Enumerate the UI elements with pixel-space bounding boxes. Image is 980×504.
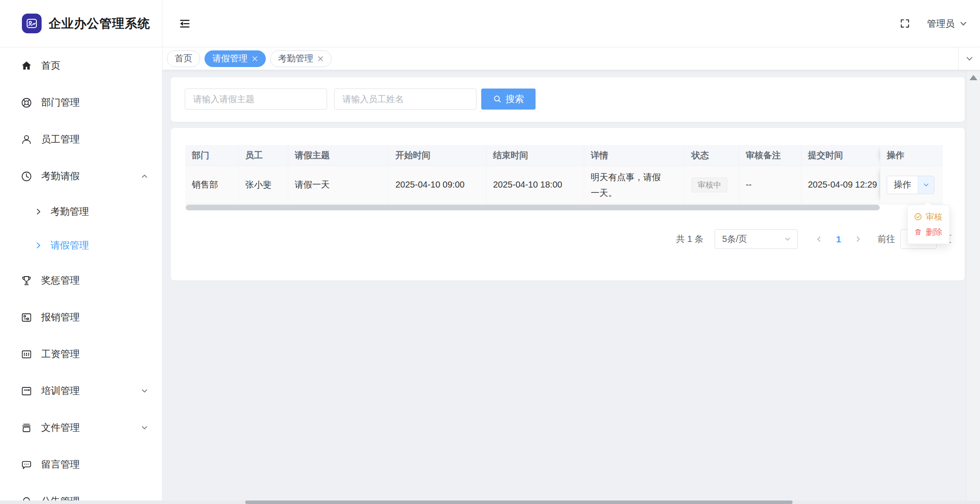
- table-row: 销售部 张小斐 请假一天 2025-04-10 09:00 2025-04-10…: [185, 166, 943, 204]
- row-action-label: 操作: [887, 176, 918, 194]
- app-logo: 企业办公管理系统: [0, 0, 162, 47]
- cell-employee: 张小斐: [239, 166, 288, 204]
- action-dropdown-menu: 审核 删除: [907, 205, 950, 244]
- cell-review-note: --: [739, 166, 801, 204]
- vertical-scrollbar[interactable]: [966, 70, 980, 500]
- status-badge: 审核中: [691, 177, 727, 192]
- sidebar-item-file[interactable]: 文件管理: [0, 409, 162, 446]
- page-number[interactable]: 1: [836, 234, 841, 245]
- horizontal-scrollbar[interactable]: [0, 500, 980, 504]
- search-panel: 搜索: [171, 77, 965, 122]
- fullscreen-icon[interactable]: [899, 18, 910, 29]
- sidebar-item-label: 文件管理: [41, 421, 131, 434]
- chevron-down-icon: [140, 423, 149, 432]
- column-header: 状态: [685, 145, 739, 165]
- search-button[interactable]: 搜索: [481, 89, 536, 110]
- column-header: 员工: [239, 145, 288, 165]
- sidebar-item-attendance-leave[interactable]: 考勤请假: [0, 158, 162, 195]
- sidebar-item-reimburse[interactable]: 报销管理: [0, 299, 162, 336]
- cell-start-time: 2025-04-10 09:00: [389, 166, 486, 204]
- sidebar-subitem-leave[interactable]: 请假管理: [0, 228, 162, 262]
- topbar-right: 管理员: [899, 18, 968, 30]
- detail-text: 明天有点事，请假一天。: [591, 169, 664, 201]
- leave-table-panel: 部门 员工 请假主题 开始时间 结束时间 详情 状态 审核备注 提交时间 操作 …: [171, 128, 965, 280]
- app-title: 企业办公管理系统: [49, 15, 150, 32]
- table-header-row: 部门 员工 请假主题 开始时间 结束时间 详情 状态 审核备注 提交时间 操作: [185, 145, 943, 166]
- search-button-label: 搜索: [506, 93, 524, 105]
- tab-home[interactable]: 首页: [167, 50, 200, 67]
- user-menu[interactable]: 管理员: [927, 18, 968, 30]
- sidebar-item-home[interactable]: 首页: [0, 47, 162, 84]
- tab-attendance-management[interactable]: 考勤管理: [270, 50, 331, 67]
- chevron-down-icon: [959, 19, 968, 28]
- sidebar-subitem-attendance[interactable]: 考勤管理: [0, 195, 162, 228]
- sidebar-collapse-icon[interactable]: [177, 16, 192, 31]
- menu-item-label: 审核: [926, 211, 942, 223]
- column-header: 请假主题: [288, 145, 389, 165]
- sidebar-item-label: 奖惩管理: [41, 274, 149, 287]
- column-header-actions: 操作: [880, 145, 943, 165]
- employee-icon: [21, 134, 32, 146]
- search-icon: [493, 95, 502, 103]
- chevron-down-icon: [140, 387, 149, 395]
- menu-item-delete[interactable]: 删除: [908, 224, 949, 240]
- sidebar-menu: 首页 部门管理 员工管理: [0, 47, 162, 500]
- page-size-select[interactable]: 5条/页: [715, 229, 798, 249]
- department-icon: [21, 97, 32, 109]
- cell-detail: 明天有点事，请假一天。: [584, 166, 685, 204]
- home-icon: [21, 60, 32, 72]
- chevron-up-icon: [140, 172, 149, 181]
- column-header: 结束时间: [486, 145, 584, 165]
- topbar: 管理员: [162, 0, 980, 47]
- menu-item-label: 删除: [926, 227, 942, 238]
- close-icon[interactable]: [317, 55, 324, 62]
- chevron-right-icon: [34, 241, 43, 250]
- scroll-up-icon[interactable]: [969, 75, 977, 80]
- tab-label: 考勤管理: [278, 53, 313, 64]
- sidebar-item-reward[interactable]: 奖惩管理: [0, 262, 162, 299]
- chevron-down-icon[interactable]: [918, 176, 934, 194]
- cell-status: 审核中: [685, 166, 739, 204]
- table-horizontal-scrollbar[interactable]: [186, 205, 880, 210]
- prev-page-icon[interactable]: [815, 235, 823, 243]
- column-header: 开始时间: [389, 145, 486, 165]
- leave-table: 部门 员工 请假主题 开始时间 结束时间 详情 状态 审核备注 提交时间 操作 …: [185, 145, 943, 204]
- sidebar-subitem-label: 考勤管理: [50, 205, 89, 218]
- main-content: 搜索 部门 员工 请假主题 开始时间 结束时间 详情 状态 审核备注 提交时间 …: [162, 70, 966, 500]
- menu-item-review[interactable]: 审核: [908, 209, 949, 224]
- sidebar-item-salary[interactable]: 工资管理: [0, 336, 162, 373]
- column-header: 审核备注: [739, 145, 801, 165]
- sidebar-item-department[interactable]: 部门管理: [0, 84, 162, 121]
- leave-topic-input[interactable]: [185, 89, 327, 110]
- goto-label: 前往: [878, 233, 895, 245]
- sidebar-item-label: 员工管理: [41, 133, 149, 146]
- bank-card-icon: [21, 348, 32, 360]
- tabs-menu-button[interactable]: [958, 47, 980, 70]
- employee-name-input[interactable]: [334, 89, 476, 110]
- close-icon[interactable]: [251, 55, 258, 62]
- cell-topic: 请假一天: [288, 166, 389, 204]
- column-header: 部门: [185, 145, 239, 165]
- cell-submit-time: 2025-04-09 12:29: [801, 166, 880, 204]
- column-header: 提交时间: [801, 145, 880, 165]
- sidebar-item-training[interactable]: 培训管理: [0, 373, 162, 409]
- clock-icon: [21, 170, 32, 182]
- sidebar-subitem-label: 请假管理: [50, 239, 89, 252]
- tab-leave-management[interactable]: 请假管理: [204, 50, 266, 67]
- cell-actions: 操作: [880, 166, 943, 204]
- column-header: 详情: [584, 145, 685, 165]
- sidebar-item-label: 公告管理: [41, 495, 149, 500]
- row-action-button[interactable]: 操作: [887, 176, 934, 194]
- cell-end-time: 2025-04-10 18:00: [486, 166, 584, 204]
- app-logo-icon: [22, 14, 42, 33]
- sidebar-item-employee[interactable]: 员工管理: [0, 121, 162, 158]
- user-name: 管理员: [927, 18, 955, 30]
- pagination-total: 共 1 条: [676, 233, 703, 245]
- horizontal-scrollbar-thumb[interactable]: [245, 500, 793, 504]
- next-page-icon[interactable]: [854, 235, 862, 243]
- sidebar-item-label: 首页: [41, 59, 149, 72]
- sidebar-item-message[interactable]: 留言管理: [0, 446, 162, 483]
- sidebar-item-label: 考勤请假: [41, 170, 131, 183]
- sidebar-item-notice[interactable]: 公告管理: [0, 483, 162, 500]
- cell-department: 销售部: [185, 166, 239, 204]
